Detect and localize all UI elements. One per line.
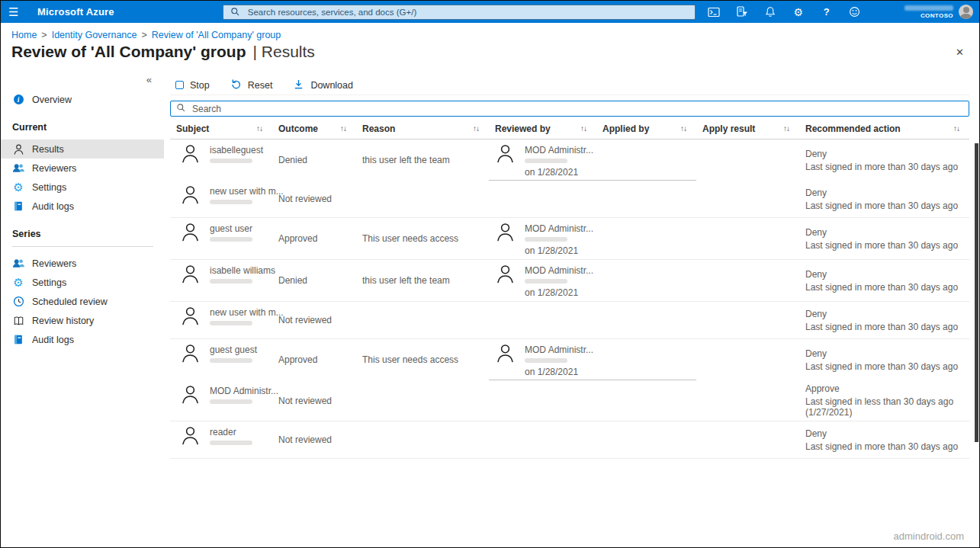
breadcrumb-separator: > xyxy=(142,30,147,40)
global-search-input[interactable] xyxy=(246,7,689,18)
sidebar-nav: « i Overview Current Results Reviewers ⚙… xyxy=(1,68,164,516)
reset-button[interactable]: Reset xyxy=(230,79,273,92)
sidebar-collapse-icon[interactable]: « xyxy=(1,72,164,90)
column-label: Apply result xyxy=(702,123,755,134)
subject-cell: isabelle williams xyxy=(170,260,272,301)
column-header-reason[interactable]: Reason ↑↓ xyxy=(356,123,489,134)
column-label: Outcome xyxy=(278,123,318,134)
table-row[interactable]: guest guest Approved This user needs acc… xyxy=(170,339,969,380)
table-header: Subject ↑↓ Outcome ↑↓ Reason ↑↓ Reviewed… xyxy=(170,118,969,139)
reviewed-date: on 1/28/2021 xyxy=(525,367,593,377)
recommended-action-cell: Deny Last signed in more than 30 days ag… xyxy=(799,218,969,259)
global-search-box[interactable] xyxy=(223,5,696,20)
table-row[interactable]: guest user Approved This user needs acce… xyxy=(170,218,969,260)
column-label: Applied by xyxy=(602,123,649,134)
settings-gear-icon[interactable]: ⚙ xyxy=(792,6,805,18)
column-header-apply-result[interactable]: Apply result ↑↓ xyxy=(696,123,799,134)
sidebar-item-audit-logs[interactable]: Audit logs xyxy=(1,197,164,216)
download-button[interactable]: Download xyxy=(293,79,353,92)
vertical-scrollbar[interactable] xyxy=(975,143,978,442)
sidebar-item-reviewers[interactable]: Reviewers xyxy=(1,254,164,273)
account-menu[interactable]: CONTOSO xyxy=(904,5,973,19)
column-header-subject[interactable]: Subject ↑↓ xyxy=(170,123,272,134)
table-row[interactable]: reader Not reviewed Deny Last signed in … xyxy=(170,421,969,459)
outcome-cell: Denied xyxy=(272,139,356,181)
table-search-input[interactable] xyxy=(191,103,963,115)
sort-icon[interactable]: ↑↓ xyxy=(340,124,346,133)
redacted-email xyxy=(210,358,252,363)
redacted-email xyxy=(210,399,252,404)
recommended-action: Deny xyxy=(805,227,966,238)
cloud-shell-icon[interactable] xyxy=(708,6,720,18)
recommended-action-cell: Deny Last signed in more than 30 days ag… xyxy=(799,339,969,380)
reviewer-name: MOD Administr... xyxy=(525,145,593,155)
sort-icon[interactable]: ↑↓ xyxy=(680,124,686,133)
subject-name[interactable]: guest user xyxy=(210,223,252,234)
subject-cell: MOD Administr... xyxy=(170,380,272,421)
sidebar-section-title: Series xyxy=(1,216,164,246)
recommended-detail: Last signed in more than 30 days ago xyxy=(805,322,966,332)
directory-filter-icon[interactable] xyxy=(736,6,748,18)
table-row[interactable]: new user with m... Not reviewed Deny Las… xyxy=(170,181,969,218)
breadcrumb-identity-governance[interactable]: Identity Governance xyxy=(52,30,137,40)
table-search-box[interactable] xyxy=(170,101,969,117)
notifications-bell-icon[interactable] xyxy=(764,6,776,18)
reviewed-by-cell xyxy=(489,302,596,338)
redacted-email xyxy=(525,358,567,363)
tenant-name: CONTOSO xyxy=(921,12,953,19)
column-header-outcome[interactable]: Outcome ↑↓ xyxy=(272,123,356,134)
sidebar-item-audit-logs[interactable]: Audit logs xyxy=(1,330,164,349)
table-row[interactable]: MOD Administr... Not reviewed Approve La… xyxy=(170,380,969,421)
table-row[interactable]: new user with m... Not reviewed Deny Las… xyxy=(170,302,969,339)
column-header-applied-by[interactable]: Applied by ↑↓ xyxy=(596,123,696,134)
sidebar-item-settings[interactable]: ⚙ Settings xyxy=(1,273,164,292)
reason-cell: This user needs access xyxy=(356,339,489,380)
column-header-recommended-action[interactable]: Recommended action ↑↓ xyxy=(799,123,969,134)
subject-name[interactable]: reader xyxy=(210,427,252,437)
brand-title[interactable]: Microsoft Azure xyxy=(37,6,114,18)
sort-icon[interactable]: ↑↓ xyxy=(783,124,789,133)
reset-label: Reset xyxy=(248,80,273,91)
sidebar-item-settings[interactable]: ⚙ Settings xyxy=(1,178,164,197)
results-pane: Stop Reset Download Subject ↑↓ Outcome ↑… xyxy=(164,68,979,516)
sidebar-item-reviewers[interactable]: Reviewers xyxy=(1,159,164,178)
hamburger-menu-icon[interactable]: ☰ xyxy=(8,6,25,18)
stop-button[interactable]: Stop xyxy=(175,80,210,91)
sort-icon[interactable]: ↑↓ xyxy=(580,124,586,133)
account-avatar[interactable] xyxy=(959,5,973,19)
sidebar-item-scheduled-review[interactable]: Scheduled review xyxy=(1,292,164,311)
apply-result-cell xyxy=(696,421,799,458)
breadcrumb-home[interactable]: Home xyxy=(11,30,37,40)
sort-icon[interactable]: ↑↓ xyxy=(473,124,479,133)
reviewed-by-cell xyxy=(489,421,596,458)
subject-name[interactable]: guest guest xyxy=(210,345,257,355)
table-row[interactable]: isabelleguest Denied this user left the … xyxy=(170,139,969,181)
help-icon[interactable]: ? xyxy=(821,6,833,18)
apply-result-cell xyxy=(696,339,799,380)
breadcrumb-review-group[interactable]: Review of 'All Company' group xyxy=(152,30,281,40)
sidebar-item-label: Scheduled review xyxy=(32,296,108,307)
sidebar-item-results[interactable]: Results xyxy=(1,139,164,159)
sort-icon[interactable]: ↑↓ xyxy=(256,124,262,133)
recommended-action: Deny xyxy=(805,428,966,439)
sidebar-item-overview[interactable]: i Overview xyxy=(1,90,164,109)
sidebar-item-label: Review history xyxy=(32,316,94,326)
sort-icon[interactable]: ↑↓ xyxy=(953,124,959,133)
download-label: Download xyxy=(310,80,353,91)
table-row[interactable]: isabelle williams Denied this user left … xyxy=(170,260,969,302)
sidebar-item-review-history[interactable]: Review history xyxy=(1,311,164,330)
redacted-account-email xyxy=(904,5,953,11)
subject-name[interactable]: isabelle williams xyxy=(210,265,275,276)
column-header-reviewed-by[interactable]: Reviewed by ↑↓ xyxy=(489,123,596,134)
feedback-smiley-icon[interactable] xyxy=(849,6,861,18)
reason-cell xyxy=(356,181,489,217)
subject-name[interactable]: MOD Administr... xyxy=(210,386,278,396)
close-icon[interactable]: ✕ xyxy=(953,45,967,59)
recommended-detail: Last signed in more than 30 days ago xyxy=(805,240,966,251)
subject-name[interactable]: isabelleguest xyxy=(210,145,263,155)
divider xyxy=(12,246,153,247)
sidebar-item-label: Audit logs xyxy=(32,335,74,345)
reviewer-avatar-icon xyxy=(495,263,516,284)
people-icon xyxy=(12,258,24,270)
subject-cell: new user with m... xyxy=(170,181,272,217)
